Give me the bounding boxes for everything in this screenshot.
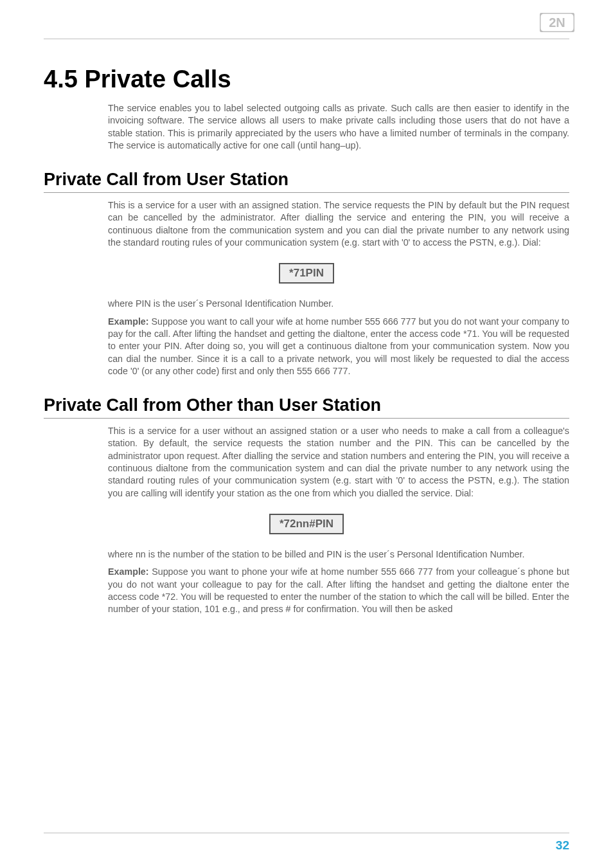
footer-rule <box>44 833 569 833</box>
example-text-2: Suppose you want to phone your wife at h… <box>108 566 569 614</box>
page-root: 2N 4.5 Private Calls The service enables… <box>0 0 613 615</box>
example-label-2: Example: <box>108 566 149 577</box>
section1-paragraph1: This is a service for a user with an ass… <box>108 199 569 249</box>
section2-paragraph1: This is a service for a user without an … <box>108 425 569 500</box>
section-heading-other-station: Private Call from Other than User Statio… <box>44 395 569 419</box>
section2-example: Example: Suppose you want to phone your … <box>108 566 569 615</box>
dial-code-1: *71PIN <box>279 263 334 284</box>
example-text-1: Suppose you want to call your wife at ho… <box>108 316 569 376</box>
intro-paragraph: The service enables you to label selecte… <box>108 102 569 152</box>
example-label-1: Example: <box>108 316 149 327</box>
page-title: 4.5 Private Calls <box>44 66 569 93</box>
header-rule <box>44 39 569 39</box>
code-box-1-wrap: *71PIN <box>44 263 569 284</box>
section2-paragraph2: where nn is the number of the station to… <box>108 548 569 561</box>
code-box-2-wrap: *72nn#PIN <box>44 514 569 534</box>
section1-paragraph2: where PIN is the user´s Personal Identif… <box>108 298 569 310</box>
svg-text:2N: 2N <box>549 15 565 30</box>
page-number: 32 <box>556 838 569 853</box>
brand-logo: 2N <box>540 13 574 32</box>
page-content: 4.5 Private Calls The service enables yo… <box>44 19 569 615</box>
2n-logo-icon: 2N <box>540 13 574 32</box>
section-heading-user-station: Private Call from User Station <box>44 170 569 193</box>
dial-code-2: *72nn#PIN <box>269 514 344 534</box>
section1-example: Example: Suppose you want to call your w… <box>108 316 569 377</box>
